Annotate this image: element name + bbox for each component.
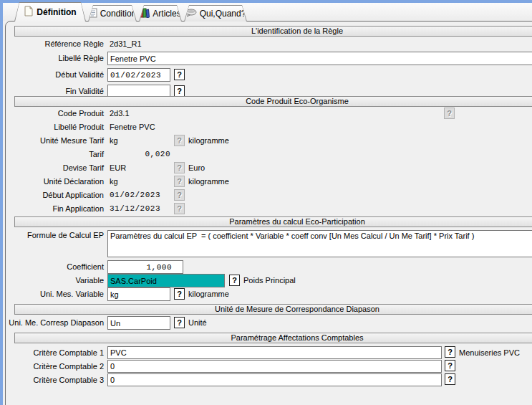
tab-articles-label: Articles [153, 9, 180, 19]
variable-suffix: Poids Principal [243, 276, 296, 285]
uni-mes-variable-input[interactable] [107, 287, 170, 301]
uni-mes-variable-label: Uni. Mes. Variable [4, 290, 104, 298]
debut-application-value: 01/02/2023 [110, 191, 160, 199]
critere-comptable-2-label: Critère Comptable 2 [4, 362, 104, 371]
devise-tarif-label: Devise Tarif [4, 163, 104, 172]
uni-me-corresp-input[interactable] [107, 316, 170, 330]
speech-bubble-icon [185, 9, 197, 19]
critere-comptable-2-input[interactable] [107, 360, 442, 373]
tarif-label: Tarif [4, 150, 104, 158]
libelle-produit-label: Libellé Produit [4, 123, 104, 131]
unite-mesure-tarif-suffix: kilogramme [188, 136, 229, 145]
uni-me-corresp-help-button[interactable]: ? [174, 317, 185, 328]
tab-qui-quand[interactable]: Qui,Quand? [184, 5, 247, 22]
critere-comptable-1-label: Critère Comptable 1 [4, 348, 104, 357]
unite-mesure-tarif-help-button: ? [174, 135, 185, 146]
unite-declaration-suffix: kilogramme [188, 177, 229, 186]
section-affectations-header: Paramétrage Affectations Comptables [14, 333, 532, 343]
section-code-produit-header: Code Produit Eco-Organisme [14, 96, 532, 107]
code-produit-value: 2d3.1 [110, 109, 130, 118]
devise-tarif-help-button: ? [174, 162, 185, 173]
coefficient-input[interactable] [107, 260, 183, 274]
critere-comptable-1-input[interactable] [107, 346, 442, 359]
fin-application-value: 31/12/2023 [110, 204, 160, 213]
section-identification-header: L'identification de la Règle [14, 26, 532, 37]
unite-declaration-help-button: ? [174, 176, 185, 187]
fin-application-label: Fin Application [4, 204, 104, 213]
libelle-regle-label: Libellé Règle [4, 54, 104, 62]
document-lines-icon [89, 8, 97, 20]
critere-comptable-1-suffix: Menuiseries PVC [459, 348, 520, 357]
variable-label: Variable [4, 276, 104, 285]
tab-definition[interactable]: Définition [14, 2, 86, 22]
tab-articles[interactable]: Articles [139, 5, 182, 22]
libelle-produit-value: Fenetre PVC [110, 123, 155, 131]
formule-calcul-textarea[interactable]: Paramètres du calcul EP = ( coefficient … [107, 230, 532, 257]
tab-definition-label: Définition [37, 7, 76, 17]
fin-application-help-button: ? [174, 203, 185, 214]
tarif-value: 0,020 [107, 150, 170, 158]
unite-mesure-tarif-label: Unité Mesure Tarif [4, 136, 104, 145]
unite-mesure-tarif-value: kg [110, 136, 118, 145]
debut-validite-label: Début Validité [4, 70, 104, 79]
devise-tarif-value: EUR [110, 163, 126, 172]
tab-condition[interactable]: Condition [88, 5, 137, 22]
critere-comptable-2-help-button[interactable]: ? [445, 360, 455, 371]
formule-calcul-label: Formule de Calcul EP [4, 231, 104, 239]
tab-bar: Définition Condition Articles Qui,Quand? [14, 2, 249, 22]
critere-comptable-1-help-button[interactable]: ? [445, 346, 455, 358]
fin-validite-help-button[interactable]: ? [174, 85, 185, 97]
unite-declaration-value: kg [110, 177, 118, 186]
debut-application-label: Début Application [4, 191, 104, 199]
uni-me-corresp-suffix: Unité [188, 318, 207, 327]
rule-definition-window: { "tabs": { "definition": { "label": "Dé… [0, 0, 532, 405]
section-parametres-calcul-header: Paramètres du calcul Eco-Participation [14, 216, 532, 227]
code-produit-help-button: ? [444, 108, 455, 119]
critere-comptable-3-input[interactable] [107, 373, 442, 386]
critere-comptable-3-help-button[interactable]: ? [445, 373, 455, 385]
section-unite-diapason-header: Unité de Mesure de Correspondance Diapas… [14, 304, 532, 315]
libelle-regle-input[interactable] [107, 52, 532, 65]
debut-validite-help-button[interactable]: ? [174, 69, 185, 80]
code-produit-label: Code Produit [4, 109, 104, 118]
debut-validite-input[interactable] [107, 68, 170, 82]
coefficient-label: Coefficient [4, 262, 104, 271]
books-icon [140, 8, 150, 20]
variable-input[interactable] [107, 274, 225, 287]
uni-mes-variable-suffix: kilogramme [188, 290, 229, 298]
uni-mes-variable-help-button[interactable]: ? [174, 288, 185, 300]
devise-tarif-suffix: Euro [188, 163, 205, 172]
uni-me-corresp-label: Uni. Me. Corresp Diapason [4, 318, 104, 327]
tab-qui-quand-label: Qui,Quand? [200, 9, 246, 19]
debut-application-help-button: ? [174, 189, 185, 201]
reference-regle-value: 2d31_R1 [110, 39, 142, 48]
page-icon [24, 6, 34, 19]
reference-regle-label: Référence Règle [4, 39, 104, 48]
tab-condition-label: Condition [100, 9, 137, 19]
fin-validite-label: Fin Validité [4, 87, 104, 95]
unite-declaration-label: Unité Déclaration [4, 177, 104, 186]
variable-help-button[interactable]: ? [229, 275, 240, 286]
critere-comptable-3-label: Critère Comptable 3 [4, 376, 104, 384]
